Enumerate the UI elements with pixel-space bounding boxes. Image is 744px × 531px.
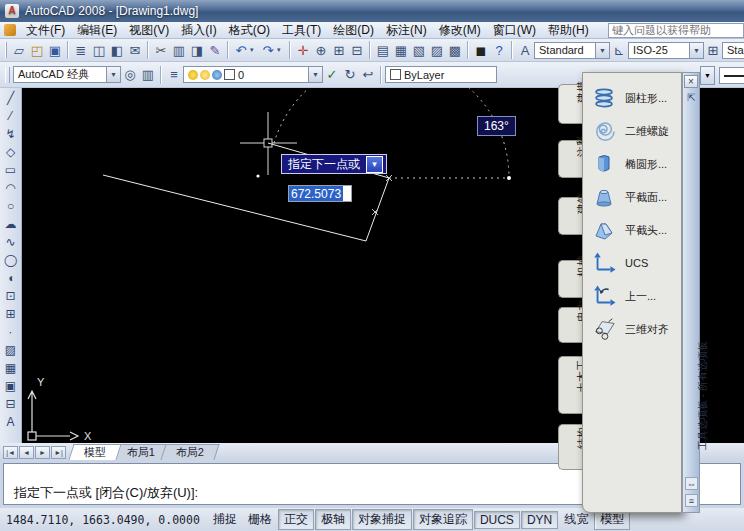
status-toggle-otrack[interactable]: 对象追踪 <box>413 509 473 530</box>
menu-item-insert[interactable]: 插入(I) <box>175 21 222 40</box>
palette-tab-modeling[interactable]: 建模 <box>558 84 582 124</box>
status-toggle-dyn[interactable]: DYN <box>521 511 558 529</box>
plot-preview-icon[interactable]: ◫ <box>90 41 108 60</box>
match-properties-icon[interactable]: ✎ <box>206 41 224 60</box>
ellipse-arc-icon[interactable]: ◖ <box>1 269 21 287</box>
color-combo[interactable]: ByLayer <box>385 66 497 83</box>
hatch-icon[interactable]: ▨ <box>1 341 21 359</box>
etransmit-icon[interactable]: ✉ <box>126 41 144 60</box>
redo-icon[interactable]: ↷ <box>259 41 277 60</box>
text-style-combo[interactable]: Standard ▼ <box>534 42 610 59</box>
properties-icon[interactable]: ▤ <box>374 41 392 60</box>
undo-dropdown-icon[interactable]: ▾ <box>250 41 259 60</box>
sheetset-manager-icon[interactable]: ▨ <box>428 41 446 60</box>
palette-item-helix-2d[interactable]: 二维螺旋 <box>591 118 681 144</box>
tab-nav-last-icon[interactable]: ►| <box>51 446 66 459</box>
pan-icon[interactable]: ✛ <box>294 41 312 60</box>
designcenter-icon[interactable]: ▦ <box>392 41 410 60</box>
chevron-down-icon[interactable]: ▼ <box>595 43 609 58</box>
save-icon[interactable]: ▣ <box>46 41 64 60</box>
table-style-combo[interactable]: Standard <box>722 42 744 59</box>
menu-item-file[interactable]: 文件(F) <box>20 21 71 40</box>
construction-line-icon[interactable]: ⁄ <box>1 107 21 125</box>
palette-item-frustum-cone[interactable]: 平截面... <box>591 184 681 210</box>
gradient-icon[interactable]: ▦ <box>1 359 21 377</box>
tab-layout2[interactable]: 布局2 <box>161 444 220 460</box>
insert-block-icon[interactable]: ⊡ <box>1 287 21 305</box>
tool-palettes-icon[interactable]: ▧ <box>410 41 428 60</box>
new-icon[interactable]: ▱ <box>10 41 28 60</box>
make-object-layer-current-icon[interactable]: ✓ <box>323 65 341 84</box>
dim-style-icon[interactable]: ⊾ <box>610 41 628 60</box>
dynamic-input-options-icon[interactable]: ▾ <box>366 156 383 173</box>
zoom-window-icon[interactable]: ⊞ <box>330 41 348 60</box>
palette-item-cylinder-helix[interactable]: 圆柱形... <box>591 85 681 111</box>
rectangle-icon[interactable]: ▭ <box>1 161 21 179</box>
menu-item-draw[interactable]: 绘图(D) <box>327 21 380 40</box>
spline-icon[interactable]: ∿ <box>1 233 21 251</box>
palette-tab-electrical[interactable]: 电力 <box>558 307 582 343</box>
table-icon[interactable]: ⊟ <box>1 395 21 413</box>
palette-properties-icon[interactable]: ≡ <box>685 494 698 507</box>
tab-nav-next-icon[interactable]: ► <box>35 446 50 459</box>
menu-item-format[interactable]: 格式(O) <box>223 21 276 40</box>
pin-icon[interactable]: ⇱ <box>685 91 698 104</box>
palette-item-ucs-previous[interactable]: 上一... <box>591 283 681 309</box>
chevron-down-icon[interactable]: ▼ <box>689 43 703 58</box>
palette-item-ucs[interactable]: UCS <box>591 250 681 276</box>
menu-item-help[interactable]: 帮助(H) <box>542 21 595 40</box>
publish-icon[interactable]: ◧ <box>108 41 126 60</box>
palette-tab-architecture[interactable]: 建筑 <box>558 197 582 235</box>
toolbar-grip[interactable] <box>5 67 10 83</box>
menu-item-edit[interactable]: 编辑(E) <box>71 21 123 40</box>
copy-icon[interactable]: ▥ <box>170 41 188 60</box>
menu-item-modify[interactable]: 修改(M) <box>433 21 487 40</box>
make-block-icon[interactable]: ⊞ <box>1 305 21 323</box>
palette-tab-mechanical[interactable]: 机械 <box>558 260 582 298</box>
status-toggle-polar[interactable]: 极轴 <box>315 509 351 530</box>
tab-model[interactable]: 模型 <box>68 444 121 460</box>
tab-nav-prev-icon[interactable]: ◄ <box>19 446 34 459</box>
zoom-realtime-icon[interactable]: ⊕ <box>312 41 330 60</box>
polyline-icon[interactable]: ↯ <box>1 125 21 143</box>
undo-icon[interactable]: ↶ <box>232 41 250 60</box>
workspace-save-icon[interactable]: ▥ <box>139 65 157 84</box>
autohide-icon[interactable]: ⇔ <box>685 477 698 490</box>
linetype-combo[interactable] <box>719 67 744 84</box>
chevron-down-icon[interactable]: ▼ <box>106 67 120 82</box>
layer-update-icon[interactable]: ↻ <box>341 65 359 84</box>
markup-manager-icon[interactable]: ▩ <box>446 41 464 60</box>
palette-titlebar[interactable]: × ⇱ 工具选项板 - 所有选项板 ⇔ ≡ <box>682 72 700 513</box>
help-search-input[interactable] <box>608 23 744 38</box>
open-icon[interactable]: ◰ <box>28 41 46 60</box>
arc-icon[interactable]: ◠ <box>1 179 21 197</box>
dynamic-input-field[interactable]: 672.5073 <box>288 185 352 202</box>
palette-tab-annotation[interactable]: 注释 <box>558 140 582 178</box>
text-style-icon[interactable]: A <box>516 41 534 60</box>
line-icon[interactable]: ╱ <box>1 89 21 107</box>
region-icon[interactable]: ▣ <box>1 377 21 395</box>
menu-item-view[interactable]: 视图(V) <box>123 21 175 40</box>
dim-style-combo[interactable]: ISO-25 ▼ <box>628 42 704 59</box>
workspace-settings-icon[interactable]: ◎ <box>121 65 139 84</box>
status-toggle-ortho[interactable]: 正交 <box>278 509 314 530</box>
tab-nav-first-icon[interactable]: |◄ <box>3 446 18 459</box>
menu-item-tools[interactable]: 工具(T) <box>276 21 327 40</box>
multiline-text-icon[interactable]: A <box>1 413 21 431</box>
palette-item-frustum-pyramid[interactable]: 平截头... <box>591 217 681 243</box>
polygon-icon[interactable]: ◇ <box>1 143 21 161</box>
menu-item-window[interactable]: 窗口(W) <box>487 21 542 40</box>
quickcalc-icon[interactable]: ◼ <box>472 41 490 60</box>
status-toggle-osnap[interactable]: 对象捕捉 <box>352 509 412 530</box>
palette-item-align-3d[interactable]: 三维对齐 <box>591 316 681 342</box>
palette-tab-civil[interactable]: 土木工... <box>558 356 582 414</box>
toolbar-grip[interactable] <box>5 42 7 58</box>
palette-item-elliptical-cylinder[interactable]: 椭圆形... <box>591 151 681 177</box>
zoom-previous-icon[interactable]: ⊟ <box>348 41 366 60</box>
layer-previous-icon[interactable]: ↩ <box>359 65 377 84</box>
cut-icon[interactable]: ✂ <box>152 41 170 60</box>
redo-dropdown-icon[interactable]: ▾ <box>277 41 286 60</box>
status-toggle-snap[interactable]: 捕捉 <box>208 510 242 529</box>
status-toggle-ducs[interactable]: DUCS <box>474 511 520 529</box>
layer-combo[interactable]: 0 ▼ <box>183 66 323 83</box>
